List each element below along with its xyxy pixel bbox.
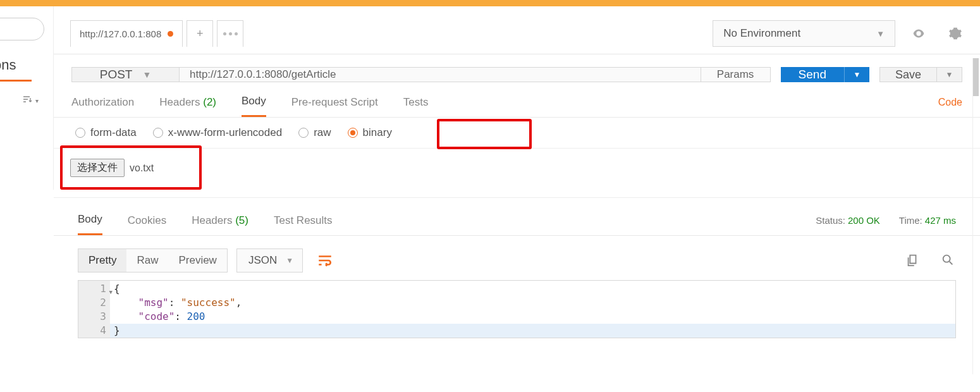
radio-icon xyxy=(348,128,358,138)
chevron-down-icon: ▾ xyxy=(35,97,39,104)
sidebar-tab-collections-fragment[interactable]: ons xyxy=(0,57,16,73)
settings-button[interactable] xyxy=(942,20,969,47)
format-select[interactable]: JSON ▼ xyxy=(236,248,303,273)
chevron-down-icon: ▼ xyxy=(286,256,293,265)
code-link[interactable]: Code xyxy=(938,97,962,116)
new-tab-button[interactable]: + xyxy=(187,20,213,47)
copy-button[interactable] xyxy=(905,253,921,268)
view-raw-button[interactable]: Raw xyxy=(126,249,168,272)
search-icon xyxy=(941,253,955,267)
send-dropdown-button[interactable]: ▼ xyxy=(844,67,869,82)
tab-body[interactable]: Body xyxy=(242,95,266,117)
request-subtabs: Authorization Headers (2) Body Pre-reque… xyxy=(54,90,980,118)
save-button[interactable]: Save xyxy=(879,67,937,82)
radio-urlencoded[interactable]: x-www-form-urlencoded xyxy=(153,126,282,139)
binary-file-row: 选择文件 vo.txt xyxy=(54,149,980,198)
chevron-down-icon: ▼ xyxy=(142,70,151,80)
params-button[interactable]: Params xyxy=(701,67,771,82)
view-preview-button[interactable]: Preview xyxy=(168,249,226,272)
radio-raw[interactable]: raw xyxy=(298,126,331,139)
tab-label: http://127.0.0.1:808 xyxy=(80,28,161,39)
top-accent-bar xyxy=(0,0,980,6)
radio-form-data[interactable]: form-data xyxy=(75,126,137,139)
url-value: http://127.0.0.1:8080/getArticle xyxy=(190,68,336,81)
eye-icon xyxy=(912,27,926,40)
request-tab[interactable]: http://127.0.0.1:808 xyxy=(70,20,183,47)
search-response-button[interactable] xyxy=(941,253,956,268)
method-value: POST xyxy=(100,68,133,82)
radio-icon xyxy=(298,128,309,138)
tab-headers[interactable]: Headers (2) xyxy=(159,96,216,116)
tab-tests[interactable]: Tests xyxy=(403,96,429,116)
tab-prerequest[interactable]: Pre-request Script xyxy=(291,96,378,116)
tabs-more-button[interactable] xyxy=(217,20,243,47)
environment-select[interactable]: No Environment ▼ xyxy=(713,20,895,47)
save-dropdown-button[interactable]: ▼ xyxy=(937,67,962,82)
wrap-toggle-button[interactable] xyxy=(312,247,338,274)
sort-icon xyxy=(23,95,33,107)
line-gutter: 1▼234 xyxy=(78,281,110,338)
params-label: Params xyxy=(717,68,754,81)
unsaved-dot-icon xyxy=(168,31,173,37)
radio-icon xyxy=(153,128,163,138)
method-select[interactable]: POST ▼ xyxy=(71,67,179,82)
tab-authorization[interactable]: Authorization xyxy=(71,96,134,116)
resp-tab-test-results[interactable]: Test Results xyxy=(274,214,333,235)
url-input[interactable]: http://127.0.0.1:8080/getArticle xyxy=(179,67,701,82)
env-quicklook-button[interactable] xyxy=(905,20,932,47)
annotation-highlight xyxy=(437,119,532,149)
send-button[interactable]: Send xyxy=(781,67,844,82)
response-toolbar: Pretty Raw Preview JSON ▼ xyxy=(54,236,980,280)
wrap-icon xyxy=(317,252,333,269)
code-lines: { "msg": "success", "code": 200} xyxy=(110,281,955,338)
chevron-down-icon: ▼ xyxy=(876,29,885,39)
response-body-editor[interactable]: 1▼234 { "msg": "success", "code": 200} xyxy=(78,280,956,338)
body-type-row: form-data x-www-form-urlencoded raw bina… xyxy=(54,118,980,149)
response-status: Status:200 OK Time:427 ms xyxy=(816,215,956,233)
chosen-file-name: vo.txt xyxy=(130,162,154,174)
gear-icon xyxy=(948,27,962,40)
radio-icon xyxy=(75,128,85,138)
sort-button[interactable]: ▾ xyxy=(23,95,39,107)
copy-icon xyxy=(905,253,919,267)
chevron-down-icon: ▼ xyxy=(946,70,953,79)
request-line: POST ▼ http://127.0.0.1:8080/getArticle … xyxy=(54,54,980,90)
plus-icon: + xyxy=(197,27,204,40)
view-mode-group: Pretty Raw Preview xyxy=(78,248,228,273)
sidebar-tab-underline xyxy=(0,80,32,82)
environment-label: No Environment xyxy=(723,27,800,40)
resp-tab-body[interactable]: Body xyxy=(78,213,102,235)
chevron-down-icon: ▼ xyxy=(854,70,861,79)
resp-tab-headers[interactable]: Headers (5) xyxy=(192,214,248,235)
sidebar-fragment: ons ▾ xyxy=(0,6,54,190)
radio-binary[interactable]: binary xyxy=(348,126,392,139)
resp-tab-cookies[interactable]: Cookies xyxy=(128,214,166,235)
more-icon xyxy=(223,32,238,35)
response-tabs: Body Cookies Headers (5) Test Results St… xyxy=(54,198,980,236)
svg-point-0 xyxy=(943,255,950,262)
view-pretty-button[interactable]: Pretty xyxy=(78,249,126,272)
scrollbar[interactable] xyxy=(972,58,979,374)
choose-file-button[interactable]: 选择文件 xyxy=(70,159,125,177)
request-tabs-row: http://127.0.0.1:808 + No Environment ▼ xyxy=(54,6,980,54)
search-pill[interactable] xyxy=(0,18,44,40)
